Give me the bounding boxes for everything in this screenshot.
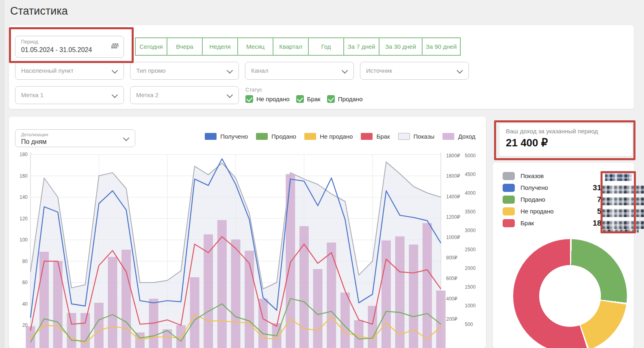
annotation-box-period xyxy=(9,27,134,63)
svg-text:5000: 5000 xyxy=(465,153,476,159)
quick-range-quarter[interactable]: Квартал xyxy=(273,37,309,56)
legend-swatch xyxy=(442,133,454,140)
summary-label: Продано xyxy=(520,196,545,203)
legend-swatch xyxy=(256,133,268,140)
checkbox-checked-icon xyxy=(327,95,335,103)
svg-text:80: 80 xyxy=(22,259,28,264)
annotation-box-values xyxy=(601,171,636,233)
detail-select-label: Детализация xyxy=(21,132,48,137)
svg-text:3000: 3000 xyxy=(465,228,476,233)
chart-legend: Получено Продано Не продано Брак Показы … xyxy=(205,133,475,140)
legend-label: Не продано xyxy=(320,133,353,140)
legend-swatch xyxy=(398,133,410,140)
quick-range-yesterday[interactable]: Вчера xyxy=(167,37,203,56)
select-promo-type[interactable]: Тип промо xyxy=(130,62,239,80)
select-city-label: Населенный пункт xyxy=(21,67,74,74)
chevron-down-icon xyxy=(457,67,463,74)
quick-range-buttons: Сегодня Вчера Неделя Месяц Квартал Год З… xyxy=(135,37,461,56)
status-checkbox-label: Продано xyxy=(338,96,363,102)
svg-text:200₽: 200₽ xyxy=(446,316,458,322)
select-tag2-label: Метка 2 xyxy=(136,91,158,98)
svg-text:20: 20 xyxy=(22,322,28,328)
summary-label: Получено xyxy=(520,184,548,191)
legend-item-ne-prodano[interactable]: Не продано xyxy=(304,133,353,140)
svg-text:800₽: 800₽ xyxy=(446,255,458,261)
status-checkbox-label: Брак xyxy=(307,96,321,102)
chevron-down-icon xyxy=(342,67,348,74)
checkbox-checked-icon xyxy=(296,95,304,103)
chevron-down-icon xyxy=(227,92,233,98)
page-title: Статистика xyxy=(10,5,68,17)
svg-text:400₽: 400₽ xyxy=(446,296,458,302)
legend-item-pokazy[interactable]: Показы xyxy=(398,133,435,140)
legend-label: Брак xyxy=(376,133,390,140)
chevron-down-icon xyxy=(227,67,233,74)
legend-swatch xyxy=(205,133,217,140)
svg-text:1200₽: 1200₽ xyxy=(446,214,460,220)
status-checkbox-label: Не продано xyxy=(256,96,290,102)
quick-range-month[interactable]: Месяц xyxy=(237,37,273,56)
summary-swatch xyxy=(503,207,515,215)
status-checkboxes: Не продано Брак Продано xyxy=(245,95,363,103)
legend-swatch xyxy=(304,133,316,140)
legend-label: Продано xyxy=(271,133,296,140)
status-checkbox-prodano[interactable]: Продано xyxy=(327,95,363,103)
summary-swatch xyxy=(503,172,515,180)
svg-text:500: 500 xyxy=(465,322,473,327)
select-source[interactable]: Источник xyxy=(360,62,469,80)
svg-text:1600₽: 1600₽ xyxy=(446,173,460,179)
status-checkbox-ne-prodano[interactable]: Не продано xyxy=(245,95,290,103)
summary-value: 18 xyxy=(593,219,601,228)
quick-range-7days[interactable]: За 7 дней xyxy=(343,37,379,56)
annotation-box-income xyxy=(494,120,635,160)
detail-select[interactable]: Детализация По дням xyxy=(15,129,135,147)
svg-text:1000₽: 1000₽ xyxy=(446,235,460,240)
legend-item-prodano[interactable]: Продано xyxy=(256,133,296,140)
status-checkbox-brak[interactable]: Брак xyxy=(296,95,321,103)
summary-value: 31 xyxy=(593,183,601,192)
svg-text:120: 120 xyxy=(20,216,28,222)
svg-text:140: 140 xyxy=(20,194,28,200)
select-tag1[interactable]: Метка 1 xyxy=(15,86,124,104)
status-group-label: Статус xyxy=(245,87,262,93)
svg-text:180: 180 xyxy=(20,152,28,157)
svg-text:40: 40 xyxy=(22,301,28,307)
svg-text:1500: 1500 xyxy=(465,284,476,290)
quick-range-today[interactable]: Сегодня xyxy=(135,37,167,56)
svg-text:100: 100 xyxy=(20,237,28,243)
select-promo-type-label: Тип промо xyxy=(136,67,166,74)
legend-label: Доход xyxy=(458,133,475,140)
svg-text:2500: 2500 xyxy=(465,247,476,252)
quick-range-30days[interactable]: За 30 дней xyxy=(379,37,423,56)
svg-text:1000: 1000 xyxy=(465,303,476,309)
legend-label: Получено xyxy=(220,133,248,140)
chevron-down-icon xyxy=(112,92,118,98)
quick-range-year[interactable]: Год xyxy=(308,37,344,56)
svg-text:4500: 4500 xyxy=(465,172,476,177)
summary-label: Брак xyxy=(520,220,534,226)
svg-text:3500: 3500 xyxy=(465,209,476,215)
legend-swatch xyxy=(361,133,373,140)
chart-panel: 180160140120100806040201800₽1600₽1400₽12… xyxy=(9,117,486,348)
summary-swatch xyxy=(503,219,515,227)
quick-range-week[interactable]: Неделя xyxy=(202,37,238,56)
summary-label: Показов xyxy=(520,172,544,179)
chart-svg: 180160140120100806040201800₽1600₽1400₽12… xyxy=(9,117,486,348)
select-tag2[interactable]: Метка 2 xyxy=(130,86,239,104)
svg-text:2000: 2000 xyxy=(465,265,476,271)
select-city[interactable]: Населенный пункт xyxy=(15,62,124,80)
select-channel[interactable]: Канал xyxy=(245,62,354,80)
statistics-page: Статистика Период 01.05.2024 - 31.05.202… xyxy=(0,0,644,348)
summary-label: Не продано xyxy=(520,208,554,215)
svg-text:160: 160 xyxy=(20,173,28,179)
left-edge-strip xyxy=(0,0,4,348)
legend-item-polucheno[interactable]: Получено xyxy=(205,133,248,140)
svg-text:1400₽: 1400₽ xyxy=(446,194,460,200)
select-channel-label: Канал xyxy=(251,67,268,74)
quick-range-90days[interactable]: За 90 дней xyxy=(422,37,461,56)
svg-text:600₽: 600₽ xyxy=(446,276,458,281)
legend-item-brak[interactable]: Брак xyxy=(361,133,390,140)
legend-item-dohod[interactable]: Доход xyxy=(442,133,475,140)
select-tag1-label: Метка 1 xyxy=(21,91,43,98)
svg-text:4000: 4000 xyxy=(465,190,476,196)
